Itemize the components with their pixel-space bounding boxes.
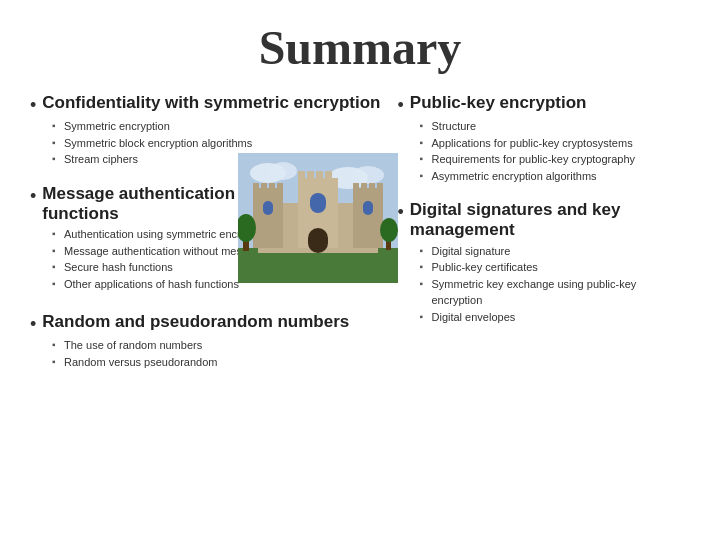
svg-rect-19 (307, 171, 314, 180)
section-title-public-key: Public-key encryption (410, 93, 587, 113)
svg-rect-14 (353, 183, 359, 191)
svg-point-29 (380, 218, 398, 242)
svg-rect-17 (377, 183, 383, 191)
list-item: Symmetric key exchange using public-key … (420, 276, 691, 309)
svg-rect-18 (298, 171, 305, 180)
sub-items-public-key: Structure Applications for public-key cr… (420, 118, 691, 184)
list-item: Structure (420, 118, 691, 135)
list-item: Digital envelopes (420, 309, 691, 326)
section-title-random: Random and pseudorandom numbers (42, 312, 349, 332)
left-column: • Confidentiality with symmetric encrypt… (30, 93, 388, 374)
svg-rect-11 (261, 183, 267, 191)
content-area: • Confidentiality with symmetric encrypt… (30, 93, 690, 374)
svg-rect-5 (238, 248, 398, 283)
slide: Summary • Confidentiality with symmetric… (0, 0, 720, 540)
slide-title: Summary (30, 20, 690, 75)
section-random: • Random and pseudorandom numbers The us… (30, 312, 388, 370)
section-public-key: • Public-key encryption Structure Applic… (398, 93, 691, 184)
list-item: Random versus pseudorandom (52, 354, 388, 371)
bullet-1: • (30, 95, 36, 116)
svg-rect-12 (269, 183, 275, 191)
bullet-2: • (30, 186, 36, 207)
list-item: Symmetric block encryption algorithms (52, 135, 388, 152)
svg-rect-24 (363, 201, 373, 215)
svg-rect-15 (361, 183, 367, 191)
section-header-confidentiality: • Confidentiality with symmetric encrypt… (30, 93, 388, 116)
list-item: Applications for public-key cryptosystem… (420, 135, 691, 152)
right-column: • Public-key encryption Structure Applic… (398, 93, 691, 374)
section-header-random: • Random and pseudorandom numbers (30, 312, 388, 335)
list-item: Digital signature (420, 243, 691, 260)
svg-point-2 (269, 162, 297, 180)
list-item: The use of random numbers (52, 337, 388, 354)
svg-rect-22 (310, 193, 326, 213)
svg-rect-23 (263, 201, 273, 215)
list-item: Symmetric encryption (52, 118, 388, 135)
svg-rect-21 (325, 171, 332, 180)
section-digital-sig: • Digital signatures and key management … (398, 200, 691, 325)
list-item: Public-key certificates (420, 259, 691, 276)
sub-items-random: The use of random numbers Random versus … (52, 337, 388, 370)
svg-rect-13 (277, 183, 283, 191)
castle-image (238, 153, 398, 283)
bullet-5: • (398, 202, 404, 223)
bullet-3: • (30, 314, 36, 335)
svg-rect-25 (308, 228, 328, 253)
section-header-public-key: • Public-key encryption (398, 93, 691, 116)
list-item: Asymmetric encryption algorithms (420, 168, 691, 185)
sub-items-digital-sig: Digital signature Public-key certificate… (420, 243, 691, 326)
svg-rect-10 (253, 183, 259, 191)
section-title-digital-sig: Digital signatures and key management (410, 200, 690, 241)
svg-rect-16 (369, 183, 375, 191)
svg-rect-7 (253, 188, 283, 248)
svg-rect-8 (353, 188, 383, 248)
bullet-4: • (398, 95, 404, 116)
list-item: Requirements for public-key cryptography (420, 151, 691, 168)
svg-rect-20 (316, 171, 323, 180)
section-title-confidentiality: Confidentiality with symmetric encryptio… (42, 93, 380, 113)
svg-point-4 (352, 166, 384, 184)
section-header-digital-sig: • Digital signatures and key management (398, 200, 691, 241)
